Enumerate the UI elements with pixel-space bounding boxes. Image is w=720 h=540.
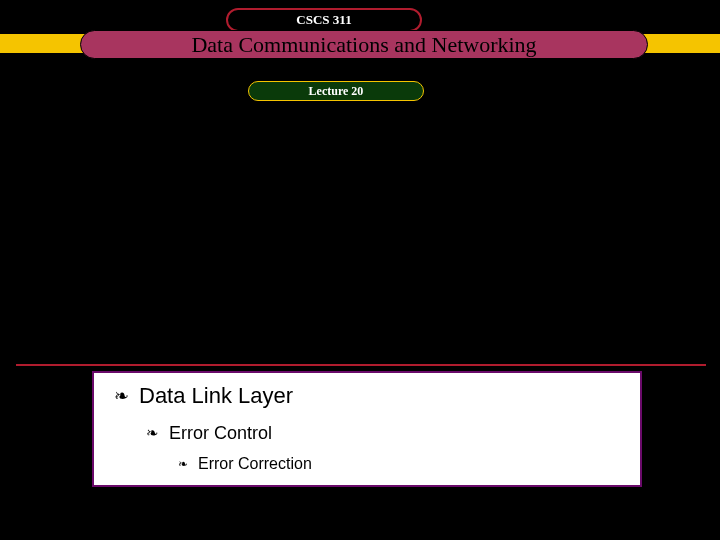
topic-level-2: Error Control [169, 423, 272, 444]
bullet-icon: ❧ [114, 387, 129, 405]
bullet-icon: ❧ [146, 426, 159, 441]
course-title-bar: Data Communications and Networking [80, 30, 648, 59]
content-box: ❧ Data Link Layer ❧ Error Control ❧ Erro… [92, 371, 642, 487]
course-code-text: CSCS 311 [296, 12, 351, 28]
list-item: ❧ Error Control [146, 423, 272, 444]
course-code-pill: CSCS 311 [226, 8, 422, 32]
list-item: ❧ Error Correction [178, 455, 312, 473]
bullet-icon: ❧ [178, 458, 188, 470]
lecture-number-text: Lecture 20 [309, 84, 364, 99]
lecture-number-pill: Lecture 20 [248, 81, 424, 101]
topic-level-1: Data Link Layer [139, 383, 293, 409]
course-title-text: Data Communications and Networking [191, 32, 536, 58]
lecture-focus-heading: Lecture Focus: [16, 334, 706, 366]
topic-level-3: Error Correction [198, 455, 312, 473]
slide: CSCS 311 Data Communications and Network… [0, 0, 720, 540]
list-item: ❧ Data Link Layer [114, 383, 293, 409]
